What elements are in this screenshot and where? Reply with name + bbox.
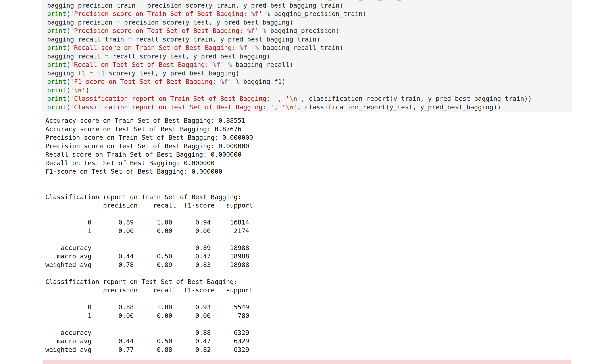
- stderr-warning-strip: /opt/conda/lib/python3.7/site-packages/s…: [42, 360, 572, 364]
- cell-output-text: Accuracy score on Train Set of Best Bagg…: [45, 116, 253, 354]
- code-editor[interactable]: print('Accuracy score on Test Set of Bes…: [47, 0, 567, 111]
- stderr-warning-text: /opt/conda/lib/python3.7/site-packages/s…: [42, 360, 572, 364]
- code-cell[interactable]: print('Accuracy score on Test Set of Bes…: [42, 0, 572, 112]
